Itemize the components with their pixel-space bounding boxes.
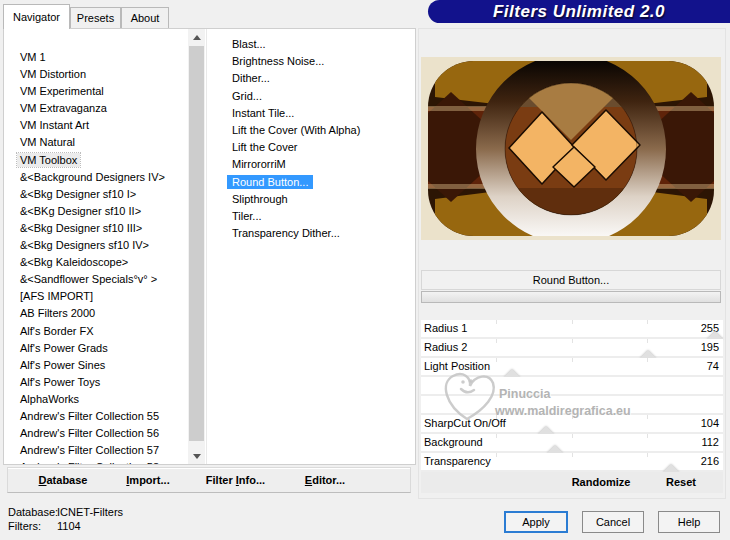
status-filters-label: Filters:	[8, 520, 54, 532]
slider-row[interactable]: Background112	[421, 434, 723, 453]
filter-item[interactable]: Blast...	[232, 36, 417, 53]
randomize-bar: Randomize Reset	[421, 472, 723, 493]
tab-navigator[interactable]: Navigator	[3, 4, 70, 29]
status-database: Database: ICNET-Filters	[8, 506, 123, 518]
filter-item[interactable]: Slipthrough	[232, 191, 417, 208]
navigator-content: VM 1VM DistortionVM ExperimentalVM Extra…	[3, 28, 416, 465]
watermark-url: www.maldiregrafica.eu	[495, 404, 631, 418]
slider-label: Background	[424, 434, 483, 451]
import-button[interactable]: Import...	[118, 468, 178, 492]
filter-settings-panel: Round Button... Radius 1255Radius 2195Li…	[418, 28, 726, 499]
slider-thumb-icon[interactable]	[663, 464, 679, 472]
filter-item[interactable]: Transparency Dither...	[232, 225, 417, 242]
slider-value: 104	[701, 415, 719, 432]
filter-preview-image[interactable]	[421, 57, 721, 240]
scroll-down-button[interactable]	[188, 448, 205, 464]
filter-list[interactable]: Blast...Brightness Noise...Dither...Grid…	[206, 29, 417, 464]
reset-button[interactable]: Reset	[646, 472, 716, 493]
database-button[interactable]: Database	[28, 468, 98, 492]
slider-label: Radius 2	[424, 339, 467, 356]
slider-thumb-icon[interactable]	[538, 426, 554, 434]
slider-value: 112	[701, 434, 719, 451]
category-item[interactable]: VM Distortion	[17, 66, 187, 83]
tab-about[interactable]: About	[121, 7, 169, 28]
filter-item[interactable]: Lift the Cover	[232, 139, 417, 156]
category-item[interactable]: &<Bkg Designer sf10 I>	[17, 186, 187, 203]
slider-value: 74	[707, 358, 719, 375]
slider-row[interactable]: Radius 2195	[421, 339, 723, 358]
category-item[interactable]: &<Bkg Kaleidoscope>	[17, 254, 187, 271]
category-item[interactable]: Alf's Border FX	[17, 323, 187, 340]
category-item[interactable]: Andrew's Filter Collection 57	[17, 442, 187, 459]
slider-value: 216	[701, 453, 719, 470]
filter-item[interactable]: MirrororriM	[232, 156, 417, 173]
arrow-down-icon	[193, 454, 201, 459]
cancel-button[interactable]: Cancel	[582, 511, 644, 533]
category-list[interactable]: VM 1VM DistortionVM ExperimentalVM Extra…	[4, 29, 187, 464]
filter-info-button[interactable]: Filter Info...	[198, 468, 273, 492]
status-database-value: ICNET-Filters	[57, 506, 123, 518]
tab-presets[interactable]: Presets	[70, 7, 121, 28]
category-item[interactable]: AlphaWorks	[17, 391, 187, 408]
filter-item[interactable]: Tiler...	[232, 208, 417, 225]
slider-thumb-icon[interactable]	[640, 350, 656, 358]
category-item[interactable]: Alf's Power Sines	[17, 357, 187, 374]
slider-label: Radius 1	[424, 320, 467, 337]
category-item[interactable]: VM Instant Art	[17, 117, 187, 134]
slider-thumb-icon[interactable]	[707, 331, 723, 339]
slider-value: 195	[701, 339, 719, 356]
slider-thumb-icon[interactable]	[504, 369, 520, 377]
status-database-label: Database:	[8, 506, 54, 518]
bottom-toolbar: Database Import... Filter Info... Editor…	[7, 467, 411, 493]
category-item[interactable]: &<Sandflower Specials°v° >	[17, 271, 187, 288]
category-item[interactable]: [AFS IMPORT]	[17, 288, 187, 305]
category-item[interactable]: VM Toolbox	[17, 152, 187, 169]
category-item[interactable]: Andrew's Filter Collection 55	[17, 408, 187, 425]
title-banner: Filters Unlimited 2.0	[428, 0, 730, 23]
filter-item[interactable]: Lift the Cover (With Alpha)	[232, 122, 417, 139]
arrow-up-icon	[193, 35, 201, 40]
filter-item[interactable]: Dither...	[232, 70, 417, 87]
category-item[interactable]: Alf's Power Grads	[17, 340, 187, 357]
progress-bar	[421, 291, 721, 303]
category-item[interactable]: Andrew's Filter Collection 58	[17, 459, 187, 464]
scroll-up-button[interactable]	[188, 29, 205, 45]
category-item[interactable]: &<Bkg Designer sf10 III>	[17, 220, 187, 237]
watermark-heart-icon	[437, 367, 501, 425]
help-button[interactable]: Help	[658, 511, 720, 533]
category-item[interactable]: &<BKg Designer sf10 II>	[17, 203, 187, 220]
category-item[interactable]: &<Background Designers IV>	[17, 169, 187, 186]
window-title: Filters Unlimited 2.0	[493, 2, 665, 22]
watermark-name: Pinuccia	[499, 387, 550, 401]
scrollbar-thumb[interactable]	[189, 46, 204, 441]
filters-unlimited-dialog: Filters Unlimited 2.0 Navigator Presets …	[0, 0, 730, 540]
category-item[interactable]: VM 1	[17, 49, 187, 66]
category-item[interactable]: &<Bkg Designers sf10 IV>	[17, 237, 187, 254]
status-filters: Filters: 1104	[8, 520, 81, 532]
filter-item-selected[interactable]: Round Button...	[232, 174, 417, 191]
filter-title-label: Round Button...	[421, 270, 721, 290]
slider-label: Transparency	[424, 453, 491, 470]
filter-item[interactable]: Instant Tile...	[232, 105, 417, 122]
category-item[interactable]: Alf's Power Toys	[17, 374, 187, 391]
category-scrollbar[interactable]	[188, 29, 205, 464]
slider-thumb-icon[interactable]	[547, 445, 563, 453]
randomize-button[interactable]: Randomize	[541, 472, 661, 493]
apply-button[interactable]: Apply	[504, 511, 568, 533]
status-filters-value: 1104	[57, 520, 81, 532]
slider-row[interactable]: Transparency216	[421, 453, 723, 472]
filter-item[interactable]: Brightness Noise...	[232, 53, 417, 70]
category-item[interactable]: AB Filters 2000	[17, 305, 187, 322]
category-item[interactable]: VM Experimental	[17, 83, 187, 100]
editor-button[interactable]: Editor...	[295, 468, 355, 492]
category-item[interactable]: Andrew's Filter Collection 56	[17, 425, 187, 442]
category-item[interactable]: VM Natural	[17, 134, 187, 151]
filter-item[interactable]: Grid...	[232, 88, 417, 105]
slider-row[interactable]: Radius 1255	[421, 320, 723, 339]
category-item[interactable]: VM Extravaganza	[17, 100, 187, 117]
